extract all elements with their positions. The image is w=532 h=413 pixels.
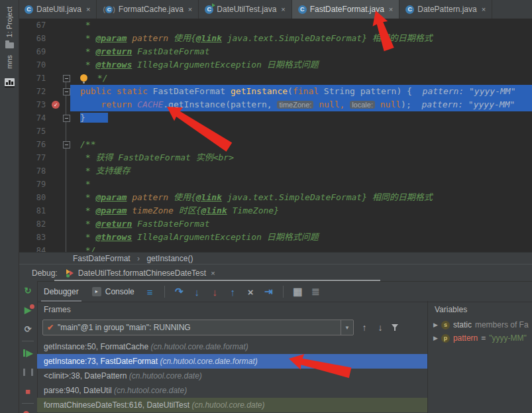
step-over-icon[interactable]: ↷ bbox=[170, 286, 188, 298]
frame-row[interactable]: formatChineseDateTest:616, DateUtilTest … bbox=[37, 398, 427, 412]
gutter-breakpoint-area[interactable] bbox=[51, 151, 60, 164]
tab-console[interactable]: ▸ Console bbox=[85, 282, 141, 302]
file-tab[interactable]: CDateUtil.java× bbox=[19, 0, 97, 19]
code-line[interactable]: 75 bbox=[19, 125, 532, 138]
gutter-breakpoint-area[interactable] bbox=[51, 231, 60, 244]
file-tab[interactable]: CDatePattern.java× bbox=[399, 0, 492, 19]
code-text[interactable] bbox=[70, 125, 532, 138]
code-line[interactable]: 84 */ bbox=[19, 244, 532, 252]
frame-row[interactable]: parse:940, DateUtil (cn.hutool.core.date… bbox=[37, 383, 427, 398]
gutter-breakpoint-area[interactable] bbox=[51, 217, 60, 231]
gutter-breakpoint-area[interactable] bbox=[51, 164, 60, 178]
step-into-icon[interactable]: ↓ bbox=[188, 286, 206, 298]
code-line[interactable]: 73✓ return CACHE.getInstance(pattern, ti… bbox=[19, 98, 532, 111]
prev-frame-button[interactable]: ↑ bbox=[359, 322, 370, 333]
file-tab[interactable]: (C)FormatCache.java× bbox=[97, 0, 199, 19]
code-line[interactable]: 68 * @param pattern 使用{@link java.text.S… bbox=[19, 32, 532, 45]
code-line[interactable]: 71 */ bbox=[19, 72, 532, 85]
code-editor[interactable]: 67 *68 * @param pattern 使用{@link java.te… bbox=[19, 19, 532, 252]
code-text[interactable]: * @param timeZone 时区{@link TimeZone} bbox=[70, 204, 532, 217]
force-step-into-icon[interactable]: ↓ bbox=[206, 286, 224, 298]
code-line[interactable]: 69 * @return FastDateFormat bbox=[19, 45, 532, 58]
code-text[interactable]: * bbox=[70, 19, 532, 32]
pause-icon[interactable] bbox=[19, 363, 37, 382]
close-icon[interactable]: × bbox=[188, 5, 192, 13]
code-line[interactable]: 82 * @return FastDateFormat bbox=[19, 217, 532, 231]
stop-icon[interactable]: ■ bbox=[19, 382, 37, 401]
code-line[interactable]: 83 * @throws IllegalArgumentException 日期… bbox=[19, 231, 532, 244]
code-line[interactable]: 77 * 获得 FastDateFormat 实例<br> bbox=[19, 151, 532, 164]
frame-row[interactable]: getInstance:73, FastDateFormat (cn.hutoo… bbox=[37, 354, 427, 369]
resume-program-icon[interactable]: ▶ bbox=[19, 300, 37, 320]
breadcrumb-method[interactable]: getInstance() bbox=[146, 254, 193, 263]
code-line[interactable]: 74} bbox=[19, 111, 532, 125]
file-tab[interactable]: CFastDateFormat.java× bbox=[292, 0, 399, 19]
variable-row[interactable]: ▶ppattern = "yyyy-MM" bbox=[428, 331, 532, 345]
code-text[interactable]: public static FastDateFormat getInstance… bbox=[70, 85, 532, 98]
fold-marker-icon[interactable] bbox=[63, 141, 70, 148]
expand-arrow-icon[interactable]: ▶ bbox=[433, 322, 438, 328]
gutter-breakpoint-area[interactable] bbox=[51, 244, 60, 252]
evaluate-expression-icon[interactable]: ▦ bbox=[289, 286, 307, 298]
layout-settings-icon[interactable]: ≣ bbox=[307, 286, 325, 298]
code-text[interactable]: */ bbox=[70, 72, 532, 85]
close-icon[interactable]: × bbox=[281, 5, 285, 13]
gutter-breakpoint-area[interactable] bbox=[51, 138, 60, 151]
step-out-icon[interactable]: ↑ bbox=[224, 286, 242, 298]
code-line[interactable]: 78 * 支持缓存 bbox=[19, 164, 532, 178]
code-text[interactable]: */ bbox=[70, 244, 532, 252]
show-execution-point-icon[interactable]: ≡ bbox=[141, 286, 159, 298]
close-icon[interactable]: × bbox=[389, 5, 393, 13]
code-text[interactable]: * @return FastDateFormat bbox=[70, 217, 532, 231]
next-frame-button[interactable]: ↓ bbox=[375, 322, 386, 333]
gutter-breakpoint-area[interactable] bbox=[51, 58, 60, 72]
variable-row[interactable]: ▶sstatic members of Fa bbox=[428, 318, 532, 331]
code-text[interactable]: /** bbox=[70, 138, 532, 151]
gutter-breakpoint-area[interactable] bbox=[51, 45, 60, 58]
code-text[interactable]: * @param pattern 使用{@link java.text.Simp… bbox=[70, 32, 532, 45]
run-to-cursor-icon[interactable]: ⇥ bbox=[260, 286, 278, 298]
debug-session-tab[interactable]: DateUtilTest.formatChineseDateTest × bbox=[66, 268, 215, 278]
gutter-breakpoint-area[interactable] bbox=[51, 191, 60, 204]
close-icon[interactable]: × bbox=[482, 5, 486, 13]
code-text[interactable]: * @return FastDateFormat bbox=[70, 45, 532, 58]
intention-bulb-icon[interactable] bbox=[80, 74, 87, 82]
fold-marker-icon[interactable] bbox=[63, 115, 70, 122]
close-icon[interactable]: × bbox=[86, 5, 90, 13]
code-line[interactable]: 79 * bbox=[19, 178, 532, 191]
filter-icon[interactable] bbox=[391, 324, 399, 331]
code-text[interactable]: * @throws IllegalArgumentException 日期格式问… bbox=[70, 58, 532, 72]
close-icon[interactable]: × bbox=[211, 269, 215, 277]
drop-frame-icon[interactable]: × bbox=[242, 286, 260, 298]
code-text[interactable]: * 支持缓存 bbox=[70, 164, 532, 178]
chart-tool-icon[interactable] bbox=[5, 78, 15, 88]
code-line[interactable]: 67 * bbox=[19, 19, 532, 32]
code-text[interactable]: * @throws IllegalArgumentException 日期格式问… bbox=[70, 231, 532, 244]
step-play-icon[interactable]: ▶ bbox=[19, 343, 37, 363]
code-text[interactable]: * bbox=[70, 178, 532, 191]
code-line[interactable]: 81 * @param timeZone 时区{@link TimeZone} bbox=[19, 204, 532, 217]
folder-icon[interactable] bbox=[5, 42, 14, 48]
gutter-breakpoint-area[interactable] bbox=[51, 85, 60, 98]
sidebar-item-project[interactable]: 1: Project bbox=[5, 7, 13, 37]
view-breakpoints-icon[interactable] bbox=[19, 406, 37, 413]
gutter-breakpoint-area[interactable] bbox=[51, 111, 60, 125]
gutter-breakpoint-area[interactable] bbox=[51, 125, 60, 138]
rerun-failed-tests-icon[interactable]: ⟳ bbox=[19, 320, 37, 339]
tab-debugger[interactable]: Debugger bbox=[37, 282, 85, 302]
gutter-breakpoint-area[interactable] bbox=[51, 178, 60, 191]
breadcrumb-class[interactable]: FastDateFormat bbox=[73, 254, 131, 263]
frame-row[interactable]: getInstance:50, FormatCache (cn.hutool.c… bbox=[37, 339, 427, 354]
gutter-breakpoint-area[interactable] bbox=[51, 204, 60, 217]
frame-row[interactable]: <clinit>:38, DatePattern (cn.hutool.core… bbox=[37, 369, 427, 383]
code-text[interactable]: * @param pattern 使用{@link java.text.Simp… bbox=[70, 191, 532, 204]
thread-dropdown[interactable]: ✔ "main"@1 in group "main": RUNNING ▼ bbox=[42, 320, 354, 335]
gutter-breakpoint-area[interactable] bbox=[51, 19, 60, 32]
code-text[interactable]: * 获得 FastDateFormat 实例<br> bbox=[70, 151, 532, 164]
breakpoint-icon[interactable]: ✓ bbox=[52, 101, 60, 109]
fold-marker-icon[interactable] bbox=[63, 75, 70, 82]
code-text[interactable]: return CACHE.getInstance(pattern, timeZo… bbox=[70, 98, 532, 111]
file-tab[interactable]: CDateUtilTest.java× bbox=[199, 0, 292, 19]
sidebar-item-mns[interactable]: mns bbox=[5, 55, 13, 69]
gutter-breakpoint-area[interactable] bbox=[51, 72, 60, 85]
